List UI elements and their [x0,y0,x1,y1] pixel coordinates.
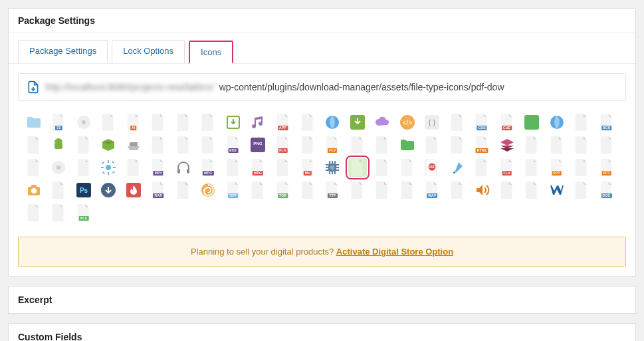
file-type-icon-file[interactable] [423,136,441,154]
file-type-icon-file-css[interactable]: CSS [473,113,491,132]
file-type-icon-sound[interactable] [473,181,491,199]
file-type-icon-file-flv[interactable]: FLV [323,136,342,154]
tab-package-settings[interactable]: Package Settings [18,40,108,63]
file-type-icon-file-ppt[interactable]: PPT [548,158,566,177]
file-type-icon-globe[interactable] [323,113,342,132]
file-type-icon-folder-green[interactable] [522,113,541,132]
file-type-icon-file[interactable] [25,203,43,222]
file-type-icon-file[interactable] [298,136,317,154]
file-type-icon-file[interactable] [124,158,143,177]
file-type-icon-tray[interactable] [124,136,143,154]
file-type-icon-file[interactable] [25,158,43,177]
file-type-icon-file-ttf[interactable]: TTF [323,181,342,199]
file-type-icon-file[interactable] [522,158,541,177]
file-type-icon-disc2[interactable] [49,158,68,177]
file-type-icon-file[interactable] [373,181,391,199]
file-type-icon-brackets[interactable]: { } [423,113,441,132]
file-type-icon-file[interactable] [274,158,292,177]
file-type-icon-file[interactable] [522,136,541,154]
file-type-icon-file-torrent[interactable]: TOR [274,181,292,199]
file-type-icon-file[interactable] [99,113,118,132]
file-type-icon-file[interactable] [174,136,193,154]
file-type-icon-file[interactable] [373,158,391,177]
icon-url-field[interactable]: http://localhost:8080/projects-new/lakbr… [18,73,626,101]
file-type-icon-file[interactable] [199,136,217,154]
file-type-icon-file[interactable] [49,181,68,199]
custom-fields-panel[interactable]: Custom Fields [8,323,636,341]
file-type-icon-file[interactable] [149,136,167,154]
file-type-icon-globe2[interactable] [548,113,566,132]
file-type-icon-code[interactable]: </> [398,113,417,132]
file-type-icon-file-mu[interactable]: MU [298,158,317,177]
file-type-icon-file[interactable] [174,113,193,132]
file-type-icon-file[interactable] [49,203,68,222]
file-type-icon-file[interactable] [448,113,467,132]
file-type-icon-camera[interactable] [25,181,43,199]
file-type-icon-down-green[interactable] [348,113,367,132]
file-type-icon-file[interactable] [149,113,167,132]
file-type-icon-file[interactable] [522,181,541,199]
file-type-icon-file-wav[interactable]: WAV [423,181,441,199]
file-type-icon-ps[interactable]: Ps [74,181,93,199]
file-type-icon-file[interactable] [572,113,591,132]
file-type-icon-file-rar[interactable]: RAR [149,181,167,199]
file-type-icon-layers[interactable] [498,136,516,154]
file-type-icon-file-fla2[interactable]: FLA [498,158,516,177]
file-type-icon-file-mp4[interactable]: MP4 [149,158,167,177]
file-type-icon-file-fla[interactable]: FLA [274,136,292,154]
file-type-icon-file[interactable] [572,181,591,199]
file-type-icon-cpu[interactable] [323,158,342,177]
file-type-icon-file-html[interactable]: HTML [473,136,491,154]
file-type-icon-file-xls[interactable]: XLS [74,203,93,222]
file-type-icon-down-circle[interactable] [99,181,118,199]
file-type-icon-file[interactable] [348,181,367,199]
file-type-icon-file-exe[interactable]: EXE [224,136,243,154]
file-type-icon-file[interactable] [572,158,591,177]
file-type-icon-music[interactable] [249,113,267,132]
file-type-icon-file[interactable] [74,158,93,177]
file-type-icon-file-red[interactable] [398,158,417,177]
file-type-icon-file[interactable] [74,136,93,154]
file-type-icon-gear[interactable] [99,158,118,177]
file-type-icon-file[interactable] [224,158,243,177]
tab-icons[interactable]: Icons [189,41,233,64]
file-type-icon-vv[interactable] [548,181,566,199]
file-type-icon-file[interactable] [398,181,417,199]
file-type-icon-file[interactable] [249,181,267,199]
file-type-icon-file[interactable] [597,136,616,154]
file-type-icon-box-green[interactable] [99,136,118,154]
file-type-icon-android[interactable] [49,136,68,154]
file-type-icon-headphones[interactable] [174,158,193,177]
file-type-icon-file-cue[interactable]: CUE [498,113,516,132]
file-type-icon-disc[interactable] [74,113,93,132]
file-type-icon-folder-green2[interactable] [398,136,417,154]
file-type-icon-file-tiff[interactable]: TIFF [224,181,243,199]
excerpt-panel[interactable]: Excerpt [8,286,636,314]
file-type-icon-file[interactable] [174,181,193,199]
tab-lock-options[interactable]: Lock Options [112,40,185,63]
file-type-icon-file[interactable] [548,136,566,154]
file-type-icon-brush[interactable] [448,158,467,177]
file-type-icon-file-ppt2[interactable]: PPT [597,158,616,177]
file-type-icon-pdf[interactable]: PDF [423,158,441,177]
file-type-icon-file[interactable] [298,113,317,132]
file-type-icon-app[interactable]: APP [274,113,292,132]
file-type-icon-file[interactable] [572,136,591,154]
promo-link[interactable]: Activate Digital Store Option [336,247,453,257]
file-type-icon-file[interactable] [498,181,516,199]
file-type-icon-7z[interactable]: 7Z [49,113,68,132]
file-type-icon-cloud[interactable] [373,113,391,132]
file-type-icon-file-mpg[interactable]: MPG [199,158,217,177]
file-type-icon-flame[interactable] [124,181,143,199]
file-type-icon-file[interactable] [25,136,43,154]
file-type-icon-file[interactable] [473,158,491,177]
file-type-icon-file-mpg2[interactable]: MPG [249,158,267,177]
file-type-icon-file[interactable] [199,113,217,132]
file-type-icon-download-box[interactable] [224,113,243,132]
file-type-icon-file[interactable] [373,136,391,154]
file-type-icon-png[interactable]: PNG [249,136,267,154]
file-type-icon-file[interactable] [448,181,467,199]
file-type-icon-ai[interactable]: AI [124,113,143,132]
file-type-icon-file[interactable] [348,136,367,154]
file-type-icon-pdf-selected[interactable] [348,158,367,177]
